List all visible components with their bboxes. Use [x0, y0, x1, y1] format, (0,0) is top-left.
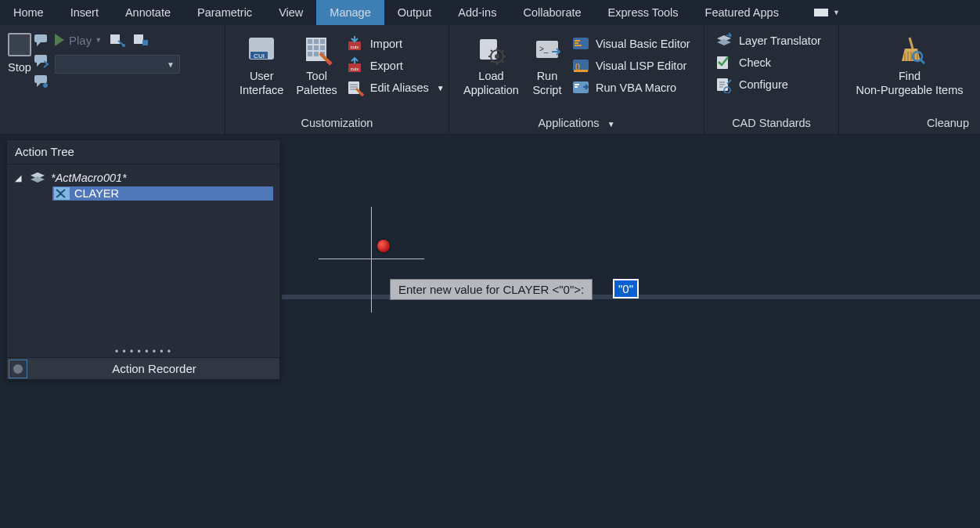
panel-title-cleanup: Cleanup: [839, 114, 980, 134]
tab-manage[interactable]: Manage: [316, 0, 384, 25]
svg-text:>_: >_: [539, 45, 549, 53]
tree-child-row[interactable]: CLAYER: [52, 186, 273, 201]
panel-cad-standards: Layer Translator Check Configure CAD Sta…: [704, 25, 839, 134]
palette-anchor-button[interactable]: [9, 360, 27, 378]
macro-folder-icon: [29, 171, 46, 185]
message-dot-icon[interactable]: [33, 74, 50, 89]
vbe-label: Visual Basic Editor: [596, 38, 690, 50]
preference-icon-1[interactable]: [110, 33, 125, 47]
tab-parametric[interactable]: Parametric: [184, 0, 265, 25]
action-tree[interactable]: ◢ *ActMacro001* CLAYER: [7, 165, 279, 346]
tab-express-tools[interactable]: Express Tools: [595, 0, 692, 25]
svg-rect-32: [575, 40, 580, 42]
tree-collapse-icon[interactable]: ◢: [15, 173, 24, 183]
svg-rect-17: [320, 45, 325, 50]
vba-label: Run VBA Macro: [596, 81, 676, 94]
svg-rect-12: [308, 39, 312, 44]
visual-basic-editor-button[interactable]: Visual Basic Editor: [569, 33, 694, 55]
check-icon: [715, 54, 733, 71]
message-arrow-icon[interactable]: [33, 53, 50, 69]
tab-output[interactable]: Output: [384, 0, 445, 25]
import-button[interactable]: cuix Import: [344, 33, 448, 55]
svg-text:(): (): [575, 63, 580, 71]
panel-action-recorder: Stop P: [0, 25, 225, 134]
user-interface-label: User Interface: [240, 69, 283, 97]
tab-annotate[interactable]: Annotate: [112, 0, 184, 25]
preference-icon-2[interactable]: [133, 33, 149, 47]
chevron-down-icon: ▼: [95, 36, 102, 44]
svg-rect-16: [314, 45, 319, 50]
export-label: Export: [370, 60, 403, 72]
tab-extras[interactable]: ▼: [792, 9, 840, 16]
macro-dropdown[interactable]: ▼: [55, 55, 180, 74]
check-button[interactable]: Check: [712, 52, 774, 74]
svg-point-5: [122, 44, 125, 47]
svg-rect-7: [142, 40, 148, 45]
visual-lisp-editor-button[interactable]: () Visual LISP Editor: [569, 55, 694, 77]
command-prompt-tooltip: Enter new value for CLAYER <"0">:: [390, 279, 593, 300]
svg-text:CUI: CUI: [254, 52, 265, 60]
play-icon: [55, 34, 64, 46]
chevron-down-icon: ▼: [833, 9, 840, 16]
chevron-down-icon[interactable]: ▼: [607, 120, 615, 128]
panel-title-recorder: [0, 114, 225, 134]
panel-title-standards: CAD Standards: [704, 114, 838, 134]
chevron-down-icon: ▼: [437, 84, 445, 92]
stop-button-label: Stop: [8, 61, 31, 74]
panel-title-applications: Applications ▼: [449, 114, 704, 134]
configure-button[interactable]: Configure: [712, 74, 791, 96]
edit-aliases-button[interactable]: Edit Aliases ▼: [344, 77, 448, 99]
import-label: Import: [370, 38, 402, 50]
user-interface-button[interactable]: CUI User Interface: [233, 31, 290, 97]
svg-point-3: [43, 83, 48, 88]
svg-rect-39: [575, 84, 579, 85]
svg-rect-0: [34, 34, 47, 42]
panel-title-applications-text: Applications: [538, 117, 599, 129]
svg-point-28: [495, 54, 499, 59]
record-indicator-icon: [377, 240, 390, 252]
run-vba-macro-button[interactable]: Run VBA Macro: [569, 77, 694, 99]
load-application-button[interactable]: Load Application: [457, 31, 525, 97]
run-script-button[interactable]: >_ Run Script: [525, 31, 569, 97]
export-icon: cuix: [347, 57, 364, 74]
tab-featured-apps[interactable]: Featured Apps: [692, 0, 792, 25]
tab-home[interactable]: Home: [0, 0, 57, 25]
layer-translator-button[interactable]: Layer Translator: [712, 30, 824, 52]
svg-text:cuix: cuix: [350, 67, 358, 71]
tool-palettes-button[interactable]: Tool Palettes: [290, 31, 343, 97]
tab-insert[interactable]: Insert: [57, 0, 112, 25]
vbe-icon: [572, 35, 589, 52]
play-button[interactable]: Play ▼: [55, 34, 102, 47]
message-icon[interactable]: [33, 33, 50, 49]
svg-rect-13: [314, 39, 319, 44]
export-button[interactable]: cuix Export: [344, 55, 448, 77]
svg-rect-4: [110, 34, 120, 44]
command-input-value[interactable]: "0": [613, 279, 639, 298]
panel-applications: Load Application >_ Run Script Visual Ba…: [449, 25, 704, 134]
find-nonpurgeable-label: Find Non-Purgeable Items: [856, 69, 963, 97]
command-node-icon: [54, 187, 70, 200]
find-nonpurgeable-button[interactable]: Find Non-Purgeable Items: [849, 31, 969, 97]
load-application-icon: [475, 34, 506, 66]
tab-add-ins[interactable]: Add-ins: [445, 0, 510, 25]
tree-root-label: *ActMacro001*: [51, 172, 127, 184]
configure-label: Configure: [739, 78, 788, 91]
svg-rect-37: [574, 70, 588, 72]
svg-rect-19: [314, 52, 319, 56]
tab-collaborate[interactable]: Collaborate: [510, 0, 594, 25]
run-script-label: Run Script: [532, 69, 561, 97]
stop-icon[interactable]: [8, 33, 31, 56]
palette-footer: Action Recorder: [7, 357, 279, 379]
svg-rect-33: [575, 42, 578, 44]
layer-translator-icon: [715, 32, 733, 49]
tab-extra-box-icon: [814, 9, 828, 16]
tree-child-label: CLAYER: [74, 187, 119, 200]
tree-root-row[interactable]: ◢ *ActMacro001*: [15, 171, 273, 185]
svg-rect-40: [575, 86, 578, 88]
tab-view[interactable]: View: [265, 0, 316, 25]
layer-translator-label: Layer Translator: [739, 34, 821, 47]
edit-aliases-icon: [347, 79, 364, 96]
palette-footer-title: Action Recorder: [29, 362, 279, 375]
palette-resize-grip[interactable]: • • • • • • • •: [7, 346, 279, 357]
broom-search-icon: [894, 34, 925, 66]
